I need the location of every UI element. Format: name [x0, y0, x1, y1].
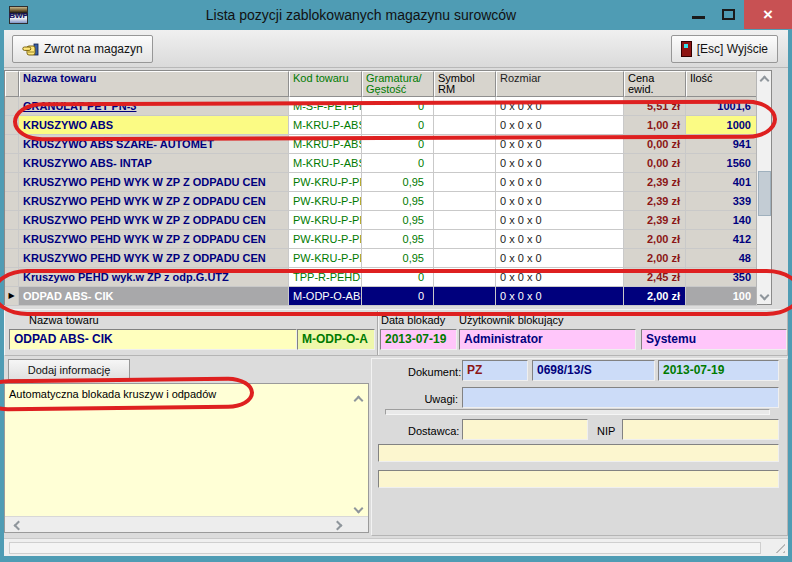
data-blokady-field[interactable]: 2013-07-19	[380, 329, 457, 350]
header-indicator	[5, 71, 19, 97]
maximize-button[interactable]	[714, 0, 742, 29]
memo-scroll-left-icon[interactable]	[11, 519, 25, 531]
cell-cena-ewid: 2,39 zł	[624, 211, 686, 230]
window-title: Lista pozycji zablokowanych magazynu sur…	[60, 0, 662, 30]
exit-button-label: [Esc] Wyjście	[697, 42, 768, 56]
nip-label: NIP	[597, 425, 615, 437]
cell-cena-ewid: 0,00 zł	[624, 154, 686, 173]
resize-grip-icon[interactable]	[773, 541, 785, 553]
scroll-up-icon[interactable]	[757, 73, 772, 87]
cell-nazwa-towaru: KRUSZYWO PEHD WYK W ZP Z ODPADU CEN	[19, 211, 289, 230]
cell-nazwa-towaru: KRUSZYWO ABS SZARE- AUTOMET	[19, 135, 289, 154]
cell-ilosc: 350	[686, 268, 757, 287]
scrollbar-thumb[interactable]	[758, 171, 771, 216]
cell-ilosc: 412	[686, 230, 757, 249]
dokument-type-field[interactable]: PZ	[462, 360, 528, 381]
table-row[interactable]: KRUSZYWO PEHD WYK W ZP Z ODPADU CEN PW-K…	[5, 249, 771, 268]
cell-ilosc: 339	[686, 192, 757, 211]
toolbar: Zwrot na magazyn [Esc] Wyjście	[4, 30, 788, 68]
table-row[interactable]: KRUSZYWO PEHD WYK W ZP Z ODPADU CEN PW-K…	[5, 173, 771, 192]
cell-rozmiar: 0 x 0 x 0	[496, 97, 624, 116]
cell-gramatura: 0	[362, 97, 434, 116]
cell-nazwa-towaru: ODPAD ABS- CIK	[19, 287, 289, 306]
cell-symbol-rm	[434, 97, 496, 116]
table-row[interactable]: KRUSZYWO ABS M-KRU-P-ABS 0 0 x 0 x 0 1,0…	[5, 116, 771, 135]
cell-cena-ewid: 0,00 zł	[624, 135, 686, 154]
close-button[interactable]: ×	[744, 0, 792, 29]
return-to-warehouse-button[interactable]: Zwrot na magazyn	[12, 35, 153, 63]
memo-horizontal-scrollbar[interactable]	[5, 516, 368, 532]
minimize-icon	[692, 16, 705, 19]
panel-divider	[385, 409, 770, 415]
table-row[interactable]: KRUSZYWO PEHD WYK W ZP Z ODPADU CEN PW-K…	[5, 192, 771, 211]
cell-kod-towaru: PW-KRU-P-PE	[289, 230, 362, 249]
dostawca-field[interactable]	[462, 419, 588, 440]
add-info-button[interactable]: Dodaj informację	[8, 359, 130, 380]
memo-scroll-up-icon[interactable]	[351, 394, 365, 406]
uzytkownik-field[interactable]: Administrator	[459, 329, 636, 350]
exit-door-icon	[681, 41, 692, 57]
cell-cena-ewid: 2,00 zł	[624, 249, 686, 268]
cell-symbol-rm	[434, 249, 496, 268]
scroll-down-icon[interactable]	[757, 288, 772, 302]
grid-rows: GRANULAT PET PN-3 M-S-F-PET-PN 0 0 x 0 x…	[5, 97, 771, 306]
row-indicator-cell	[5, 230, 19, 249]
uwagi-field[interactable]	[462, 387, 779, 408]
nazwa-towaru-label: Nazwa towaru	[29, 314, 99, 326]
blocked-items-grid: Nazwa towaru Kod towaru Gramatura/ Gęsto…	[4, 70, 772, 305]
titlebar: BWP Lista pozycji zablokowanych magazynu…	[0, 0, 792, 30]
minimize-button[interactable]	[684, 0, 712, 29]
table-row[interactable]: KRUSZYWO ABS- INTAP M-KRU-P-ABS 0 0 x 0 …	[5, 154, 771, 173]
cell-gramatura: 0	[362, 287, 434, 306]
supplier-extra-field-1[interactable]	[378, 444, 779, 462]
memo-scroll-down-icon[interactable]	[351, 502, 365, 514]
dokument-date-field[interactable]: 2013-07-19	[658, 360, 779, 381]
cell-kod-towaru: M-KRU-P-ABS	[289, 135, 362, 154]
memo-scroll-right-icon[interactable]	[330, 519, 344, 531]
dokument-label: Dokument:	[408, 366, 458, 378]
table-row[interactable]: GRANULAT PET PN-3 M-S-F-PET-PN 0 0 x 0 x…	[5, 97, 771, 116]
detail-separator	[377, 311, 379, 355]
cell-ilosc: 401	[686, 173, 757, 192]
row-indicator-cell	[5, 211, 19, 230]
maximize-icon	[722, 9, 735, 20]
table-row[interactable]: KRUSZYWO PEHD WYK W ZP Z ODPADU CEN PW-K…	[5, 211, 771, 230]
table-row[interactable]: KRUSZYWO ABS SZARE- AUTOMET M-KRU-P-ABS …	[5, 135, 771, 154]
supplier-extra-field-2[interactable]	[378, 470, 779, 488]
grid-vertical-scrollbar[interactable]	[756, 71, 771, 304]
system-field[interactable]: Systemu	[641, 329, 787, 350]
table-row[interactable]: ▶ ODPAD ABS- CIK M-ODP-O-ABS 0 0 x 0 x 0…	[5, 287, 771, 306]
cell-rozmiar: 0 x 0 x 0	[496, 211, 624, 230]
cell-rozmiar: 0 x 0 x 0	[496, 249, 624, 268]
kod-towaru-field[interactable]: M-ODP-O-A	[297, 329, 375, 350]
header-symbol-rm: Symbol RM	[434, 71, 496, 97]
exit-button[interactable]: [Esc] Wyjście	[671, 35, 778, 63]
row-indicator-cell	[5, 249, 19, 268]
cell-ilosc: 941	[686, 135, 757, 154]
cell-gramatura: 0,95	[362, 173, 434, 192]
app-window: BWP Lista pozycji zablokowanych magazynu…	[0, 0, 792, 562]
row-indicator-cell	[5, 192, 19, 211]
cell-symbol-rm	[434, 211, 496, 230]
cell-symbol-rm	[434, 154, 496, 173]
cell-kod-towaru: PW-KRU-P-PE	[289, 249, 362, 268]
cell-nazwa-towaru: KRUSZYWO PEHD WYK W ZP Z ODPADU CEN	[19, 192, 289, 211]
uzytkownik-blokujacy-label: Użytkownik blokujący	[459, 314, 564, 326]
table-row[interactable]: Kruszywo PEHD wyk.w ZP z odp.G.UTZ TPP-R…	[5, 268, 771, 287]
nazwa-towaru-field[interactable]: ODPAD ABS- CIK	[9, 329, 297, 350]
dokument-number-field[interactable]: 0698/13/S	[532, 360, 655, 381]
nip-field[interactable]	[622, 419, 779, 440]
table-row[interactable]: KRUSZYWO PEHD WYK W ZP Z ODPADU CEN PW-K…	[5, 230, 771, 249]
info-memo[interactable]: Automatyczna blokada kruszyw i odpadów	[4, 383, 369, 533]
cell-kod-towaru: M-S-F-PET-PN	[289, 97, 362, 116]
cell-ilosc: 48	[686, 249, 757, 268]
cell-gramatura: 0,95	[362, 192, 434, 211]
header-cena-ewid: Cena ewid.	[624, 71, 686, 97]
header-gramatura: Gramatura/ Gęstość	[362, 71, 434, 97]
cell-kod-towaru: M-KRU-P-ABS	[289, 116, 362, 135]
cell-gramatura: 0	[362, 116, 434, 135]
row-indicator-cell	[5, 116, 19, 135]
cell-gramatura: 0,95	[362, 249, 434, 268]
cell-kod-towaru: M-ODP-O-ABS	[289, 287, 362, 306]
cell-nazwa-towaru: KRUSZYWO ABS- INTAP	[19, 154, 289, 173]
